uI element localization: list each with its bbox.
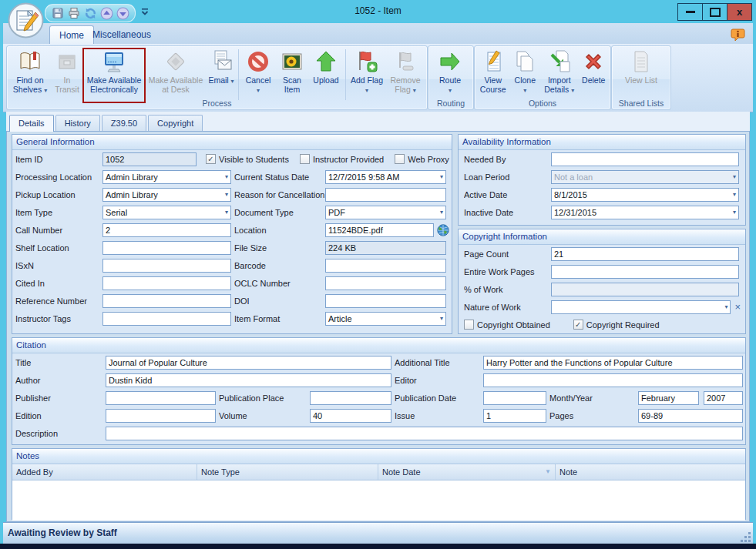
checkbox-web-proxy[interactable]: ✓ <box>395 154 405 164</box>
tab-history[interactable]: History <box>55 115 100 131</box>
section-header: Citation <box>12 338 745 353</box>
volume-input[interactable]: 40 <box>310 409 391 423</box>
remove-flag-button: Remove Flag ▾ <box>386 48 425 103</box>
application-menu-button[interactable] <box>8 2 44 38</box>
ribbon-group-process: Find on Shelves ▾ In Transit Make Availa… <box>6 45 428 110</box>
doi-input[interactable] <box>325 294 446 308</box>
call-number-input[interactable]: 2 <box>102 223 231 237</box>
column-header-note[interactable]: Note <box>556 464 745 480</box>
column-header-added-by[interactable]: Added By <box>12 464 197 480</box>
item-form: Details History Z39.50 Copyright General… <box>6 112 750 522</box>
save-icon[interactable] <box>51 6 65 20</box>
isxn-input[interactable] <box>102 259 231 273</box>
chevron-down-icon[interactable]: ▾ <box>440 173 443 180</box>
view-course-button[interactable]: View Course <box>476 48 510 103</box>
location-input[interactable]: 11524BDE.pdf <box>325 223 434 237</box>
cancel-button[interactable]: Cancel▾ <box>240 48 276 103</box>
check-icon: ✓ <box>575 320 581 329</box>
upload-button[interactable]: Upload <box>308 48 344 103</box>
scan-item-button[interactable]: Scan Item <box>276 48 308 103</box>
clear-icon[interactable]: × <box>734 302 741 312</box>
editor-input[interactable] <box>483 373 743 387</box>
tab-z3950[interactable]: Z39.50 <box>102 115 146 131</box>
current-status-date-select[interactable]: 12/7/2015 9:58 AM▾ <box>325 170 446 184</box>
page-count-input[interactable]: 21 <box>551 247 739 261</box>
minimize-button[interactable] <box>678 4 702 20</box>
chevron-down-icon[interactable]: ▾ <box>225 209 228 216</box>
quick-access-toolbar <box>45 4 136 22</box>
section-header: Availability Information <box>459 135 745 150</box>
red-x-icon <box>581 49 606 74</box>
ribbon-group-shared-lists: View List Shared Lists <box>611 45 671 110</box>
entire-work-pages-input[interactable] <box>551 265 739 279</box>
import-details-button[interactable]: Import Details ▾ <box>540 48 578 103</box>
needed-by-input[interactable] <box>551 152 739 166</box>
column-header-note-type[interactable]: Note Type <box>197 464 378 480</box>
delete-button[interactable]: Delete <box>578 48 609 103</box>
oclc-number-input[interactable] <box>325 276 446 290</box>
reason-for-cancellation-input[interactable] <box>325 188 446 202</box>
print-icon[interactable] <box>67 6 81 20</box>
add-flag-button[interactable]: Add Flag▾ <box>348 48 386 103</box>
barcode-input[interactable] <box>325 259 446 273</box>
chevron-down-icon[interactable]: ▾ <box>733 209 736 216</box>
find-on-shelves-button[interactable]: Find on Shelves ▾ <box>8 48 52 103</box>
issue-input[interactable]: 1 <box>483 409 546 423</box>
nature-of-work-select[interactable]: ▾ <box>551 300 731 314</box>
checkbox-copyright-obtained[interactable]: ✓ <box>464 320 474 330</box>
chevron-down-icon[interactable]: ▾ <box>440 209 443 216</box>
tab-copyright[interactable]: Copyright <box>148 115 203 131</box>
next-item-icon[interactable] <box>116 6 129 20</box>
chevron-down-icon[interactable]: ▾ <box>733 191 736 198</box>
refresh-icon[interactable] <box>83 6 97 20</box>
maximize-button[interactable] <box>702 4 727 20</box>
author-input[interactable]: Dustin Kidd <box>106 373 391 387</box>
chevron-down-icon[interactable]: ▾ <box>225 191 228 198</box>
item-type-select[interactable]: Serial▾ <box>102 206 231 219</box>
close-button[interactable]: x <box>727 4 751 20</box>
checkbox-copyright-required[interactable]: ✓ <box>573 320 583 330</box>
publication-place-input[interactable] <box>310 391 391 405</box>
checkbox-instructor-provided[interactable]: ✓ <box>300 154 310 164</box>
year-input[interactable]: 2007 <box>704 391 743 405</box>
window-controls: x <box>677 3 752 21</box>
additional-title-input[interactable]: Harry Potter and the Functions of Popula… <box>483 356 743 370</box>
section-availability-information: Availability Information Needed By Loan … <box>458 134 746 226</box>
processing-location-select[interactable]: Admin Library▾ <box>102 170 231 184</box>
clone-button[interactable]: Clone▾ <box>510 48 541 103</box>
help-icon[interactable] <box>731 28 745 41</box>
document-type-select[interactable]: PDF▾ <box>325 206 446 219</box>
tab-details[interactable]: Details <box>9 115 54 132</box>
month-input[interactable]: February <box>638 391 699 405</box>
chevron-down-icon[interactable]: ▾ <box>724 303 727 310</box>
section-copyright-information: Copyright Information Page Count 21 Enti… <box>458 229 746 334</box>
chevron-down-icon[interactable]: ▾ <box>225 173 228 180</box>
edition-input[interactable] <box>106 409 216 423</box>
reference-number-input[interactable] <box>102 294 231 308</box>
diamond-icon <box>163 49 188 74</box>
description-input[interactable] <box>106 427 743 440</box>
publication-date-input[interactable] <box>483 391 546 405</box>
pickup-location-select[interactable]: Admin Library▾ <box>102 188 231 202</box>
resize-grip[interactable] <box>740 531 751 542</box>
globe-icon[interactable] <box>437 224 449 236</box>
customize-toolbar-icon[interactable] <box>140 6 150 18</box>
chevron-down-icon[interactable]: ▾ <box>440 315 443 322</box>
title-input[interactable]: Journal of Popular Culture <box>106 356 391 370</box>
pages-input[interactable]: 69-89 <box>638 409 743 423</box>
column-header-note-date[interactable]: Note Date▼ <box>378 464 556 480</box>
instructor-tags-input[interactable] <box>102 312 231 326</box>
notes-table-body[interactable] <box>12 480 745 521</box>
route-button[interactable]: Route▾ <box>430 48 470 103</box>
make-available-electronically-button[interactable]: Make Available Electronically <box>82 48 146 103</box>
ribbon-tab-miscellaneous[interactable]: Miscellaneous <box>83 26 160 43</box>
inactive-date-select[interactable]: 12/31/2015▾ <box>551 206 739 219</box>
active-date-select[interactable]: 8/1/2015▾ <box>551 188 739 202</box>
item-format-select[interactable]: Article▾ <box>325 312 446 326</box>
email-button[interactable]: Email ▾ <box>206 48 237 103</box>
cited-in-input[interactable] <box>102 276 231 290</box>
shelf-location-input[interactable] <box>102 241 231 255</box>
previous-item-icon[interactable] <box>99 6 113 20</box>
checkbox-visible-to-students[interactable]: ✓ <box>206 154 216 164</box>
publisher-input[interactable] <box>106 391 216 405</box>
